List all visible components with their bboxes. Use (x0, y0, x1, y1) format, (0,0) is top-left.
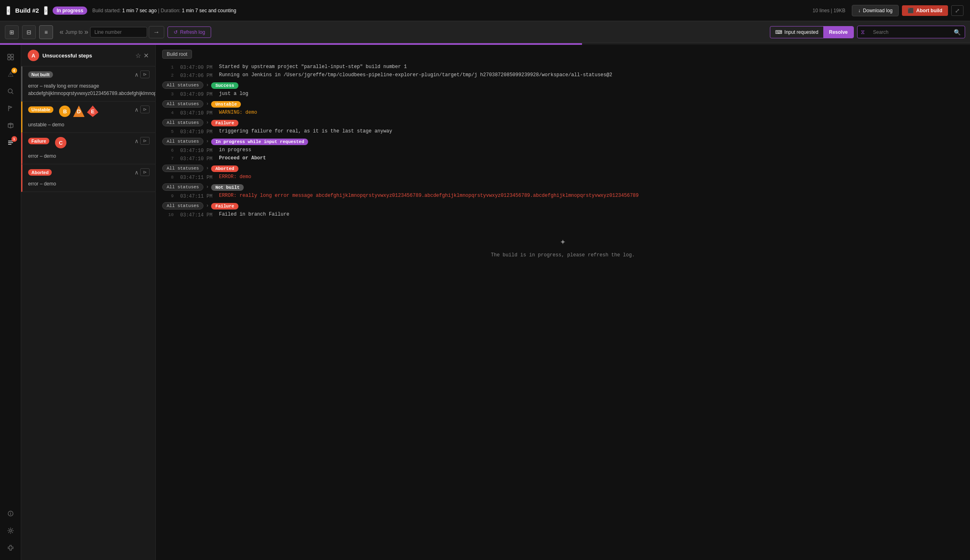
top-bar-actions: 10 lines | 19KB ↓ Download log ⬛ Abort b… (813, 5, 963, 16)
next-build-button[interactable]: › (44, 6, 48, 15)
jump-next-button[interactable]: » (84, 28, 88, 36)
step-group-not-built: Not built ∧ ⊳ error – really long error … (21, 66, 155, 101)
steps-title: Unsuccessful steps (42, 53, 132, 59)
step-group-content-unstable: unstable – demo (22, 121, 155, 132)
sidebar-item-plugins[interactable] (3, 540, 18, 555)
search-input[interactable] (868, 27, 950, 37)
filter-failure: Failure (211, 120, 238, 126)
step-group-content-not-built: error – really long error message abcdef… (22, 82, 155, 101)
left-nav-bottom (3, 506, 18, 555)
toolbar-icon-split[interactable]: ⊟ (22, 25, 36, 39)
filter-in-progress: In progress while input requested (211, 139, 308, 145)
build-root-label: Build root (162, 50, 192, 59)
star-button[interactable]: ☆ (135, 52, 141, 60)
step-group-header-unstable[interactable]: Unstable B D E ∧ ⊳ (22, 101, 155, 121)
filter-row-failure-2: All statuses › Failure (156, 201, 970, 211)
build-meta: Build started: 1 min 7 sec ago | Duratio… (92, 8, 807, 13)
log-line: 8 03:47:11 PM ERROR: demo (156, 174, 970, 182)
svg-rect-3 (11, 57, 13, 60)
search-button[interactable]: 🔍 (950, 26, 965, 38)
sidebar-item-artifacts[interactable] (3, 118, 18, 133)
avatar-c: C (55, 137, 66, 148)
sidebar-item-settings[interactable] (3, 523, 18, 538)
steps-panel: A Unsuccessful steps ☆ ✕ Not built ∧ ⊳ e… (21, 45, 156, 560)
filter-all-statuses-4[interactable]: All statuses (162, 138, 203, 145)
download-log-button[interactable]: ↓ Download log (852, 5, 899, 16)
collapse-not-built[interactable]: ∧ (134, 71, 139, 78)
sidebar-item-warnings[interactable]: ⚠ 4 (3, 67, 18, 82)
filter-row-success: All statuses › Success (156, 80, 970, 90)
filter-success: Success (211, 82, 238, 89)
abort-build-button[interactable]: ⬛ Abort build (902, 5, 948, 16)
refresh-icon: ↺ (174, 29, 178, 35)
failure-badge: Failure (28, 138, 49, 144)
steps-header-actions: ☆ ✕ (135, 52, 149, 60)
collapse-aborted[interactable]: ∧ (134, 169, 139, 176)
sidebar-item-search[interactable] (3, 84, 18, 99)
collapse-failure[interactable]: ∧ (134, 138, 139, 144)
svg-line-5 (12, 93, 13, 94)
top-bar: ‹ Build #2 › In progress Build started: … (0, 0, 970, 21)
not-built-badge: Not built (28, 71, 53, 78)
svg-rect-0 (8, 54, 10, 57)
filter-all-statuses-2[interactable]: All statuses (162, 100, 203, 108)
nav-not-built[interactable]: ⊳ (140, 71, 150, 78)
filter-all-statuses-5[interactable]: All statuses (162, 165, 203, 172)
sidebar-item-flags[interactable] (3, 101, 18, 116)
expand-button[interactable]: ⤢ (951, 5, 963, 16)
step-group-header-failure[interactable]: Failure C ∧ ⊳ (22, 133, 155, 152)
steps-avatar: A (28, 50, 39, 61)
toolbar-icon-grid[interactable]: ⊞ (5, 25, 19, 39)
resolve-button[interactable]: Resolve (823, 26, 853, 38)
filter-all-statuses-6[interactable]: All statuses (162, 183, 203, 191)
avatar-b: B (59, 106, 71, 117)
svg-point-11 (10, 512, 11, 513)
nav-unstable[interactable]: ⊳ (140, 106, 150, 113)
step-group-content-failure: error – demo (22, 152, 155, 164)
log-line: 3 03:47:09 PM just a log (156, 90, 970, 99)
filter-aborted: Aborted (211, 165, 238, 172)
nav-aborted[interactable]: ⊳ (140, 168, 150, 176)
filter-all-statuses-7[interactable]: All statuses (162, 202, 203, 209)
lines-info: 10 lines | 19KB (813, 8, 846, 13)
status-badge: In progress (53, 7, 87, 15)
toolbar-icon-list[interactable]: ≡ (39, 25, 53, 39)
main-layout: ⚠ 4 1 (0, 45, 970, 560)
jump-prev-button[interactable]: « (60, 28, 64, 36)
svg-point-12 (9, 530, 11, 532)
log-line: 9 03:47:11 PM ERROR: really long error m… (156, 192, 970, 201)
stop-icon: ⬛ (908, 8, 914, 13)
input-requested-area: ⌨ Input requested Resolve (770, 26, 854, 38)
jump-to-label: Jump to (65, 29, 83, 35)
step-group-header-aborted[interactable]: Aborted ∧ ⊳ (22, 164, 155, 180)
spinner-icon: ✦ (164, 236, 962, 247)
in-progress-message: ✦ The build is in progress, please refre… (156, 219, 970, 274)
aborted-badge: Aborted (28, 169, 52, 176)
nav-failure[interactable]: ⊳ (140, 137, 150, 145)
filter-row-in-progress: All statuses › In progress while input r… (156, 136, 970, 147)
svg-rect-1 (11, 54, 13, 57)
collapse-unstable[interactable]: ∧ (134, 106, 139, 113)
filter-failure-2: Failure (211, 203, 238, 209)
left-nav: ⚠ 4 1 (0, 45, 21, 560)
sidebar-item-logs[interactable]: 1 (3, 135, 18, 150)
log-line: 10 03:47:14 PM Failed in branch Failure (156, 211, 970, 219)
download-icon: ↓ (858, 8, 860, 13)
step-group-actions-aborted: ∧ ⊳ (134, 168, 150, 176)
build-title: Build #2 (15, 7, 39, 14)
refresh-log-button[interactable]: ↺ Refresh log (168, 26, 211, 38)
sidebar-item-info[interactable] (3, 506, 18, 521)
input-requested-label: ⌨ Input requested (770, 27, 823, 37)
filter-all-statuses[interactable]: All statuses (162, 82, 203, 89)
sidebar-item-pipeline[interactable] (3, 50, 18, 64)
search-area: ⧖ 🔍 (857, 26, 965, 38)
step-group-header-not-built[interactable]: Not built ∧ ⊳ (22, 66, 155, 82)
prev-build-button[interactable]: ‹ (7, 6, 10, 15)
filter-row-not-built: All statuses › Not built (156, 182, 970, 192)
step-group-content-aborted: error – demo (22, 180, 155, 192)
filter-all-statuses-3[interactable]: All statuses (162, 119, 203, 126)
close-panel-button[interactable]: ✕ (143, 52, 149, 60)
line-number-input[interactable] (90, 27, 147, 37)
avatar-d: D (73, 106, 84, 117)
go-button[interactable]: → (149, 26, 164, 38)
